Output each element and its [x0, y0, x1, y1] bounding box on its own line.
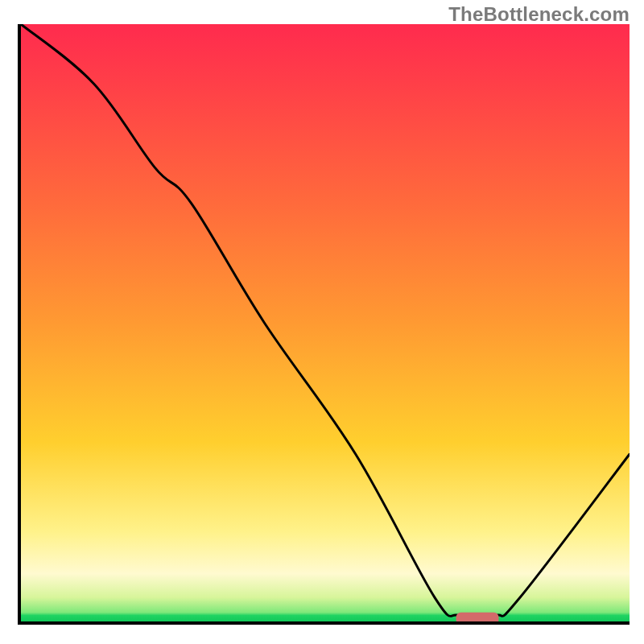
optimal-marker — [456, 613, 499, 621]
watermark-label: TheBottleneck.com — [448, 3, 630, 26]
chart-container: TheBottleneck.com — [0, 0, 644, 644]
chart-svg — [21, 24, 630, 621]
bottleneck-curve — [21, 24, 630, 618]
plot-area — [18, 24, 630, 625]
